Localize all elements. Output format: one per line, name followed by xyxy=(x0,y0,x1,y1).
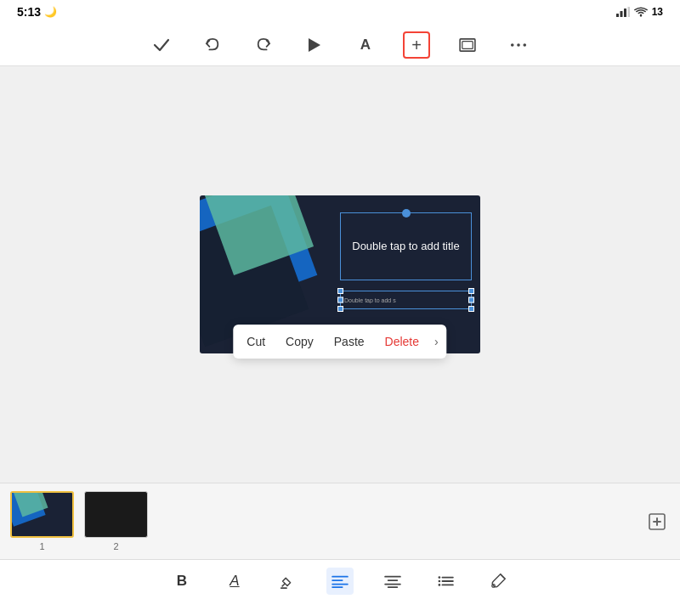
slide-title-text: Double tap to add title xyxy=(352,239,459,254)
text-button[interactable]: A xyxy=(352,31,379,59)
toolbar: A + xyxy=(0,24,680,66)
add-icon: + xyxy=(411,37,422,54)
align-left-button[interactable] xyxy=(326,568,354,595)
svg-point-4 xyxy=(639,14,641,16)
format-bar: B A xyxy=(0,559,680,602)
paint-button[interactable] xyxy=(484,568,512,595)
undo-button[interactable] xyxy=(199,31,226,59)
bold-button[interactable]: B xyxy=(168,568,196,595)
svg-point-25 xyxy=(439,584,441,586)
redo-button[interactable] xyxy=(250,31,277,59)
play-button[interactable] xyxy=(301,31,328,59)
copy-button[interactable]: Copy xyxy=(275,325,324,359)
wifi-icon xyxy=(634,7,648,17)
svg-point-23 xyxy=(439,576,441,579)
more-options-button[interactable]: › xyxy=(429,335,444,348)
font-button[interactable]: A xyxy=(221,568,248,595)
handle-bl xyxy=(337,306,343,312)
bold-icon: B xyxy=(177,573,187,590)
svg-rect-0 xyxy=(616,14,619,17)
handle-tr xyxy=(468,288,474,294)
svg-point-8 xyxy=(511,43,514,47)
signal-icon xyxy=(616,7,630,17)
thumb-2-number: 2 xyxy=(113,541,118,551)
battery-count: 13 xyxy=(652,6,663,18)
svg-point-9 xyxy=(517,43,520,47)
svg-rect-7 xyxy=(462,41,473,48)
moon-icon: 🌙 xyxy=(44,6,57,18)
thumbnail-2[interactable] xyxy=(84,491,148,538)
handle-dot xyxy=(402,209,411,218)
context-menu: Cut Copy Paste Delete › xyxy=(233,325,446,359)
svg-point-10 xyxy=(523,43,526,47)
text-icon: A xyxy=(360,37,371,54)
font-icon: A xyxy=(230,573,239,590)
check-button[interactable] xyxy=(148,31,175,59)
delete-button[interactable]: Delete xyxy=(375,325,429,359)
cut-button[interactable]: Cut xyxy=(236,325,275,359)
align-center-button[interactable] xyxy=(379,568,406,595)
handle-tl xyxy=(337,288,343,294)
status-time: 5:13 xyxy=(17,5,41,19)
status-bar: 5:13 🌙 13 xyxy=(0,0,680,24)
thumbnail-1[interactable] xyxy=(10,491,74,538)
bullet-list-button[interactable] xyxy=(432,568,459,595)
expand-area xyxy=(644,509,670,534)
slide-subtitle-box[interactable]: Double tap to add s xyxy=(340,291,472,309)
canvas-area: Double tap to add title Double tap to ad… xyxy=(0,66,680,483)
slides-view-button[interactable] xyxy=(454,31,481,59)
more-button[interactable] xyxy=(505,31,532,59)
slide-subtitle-text: Double tap to add s xyxy=(344,297,396,303)
highlight-button[interactable] xyxy=(274,568,301,595)
svg-rect-2 xyxy=(624,8,626,17)
svg-rect-13 xyxy=(656,517,658,526)
status-icons: 13 xyxy=(616,6,663,18)
svg-marker-5 xyxy=(309,38,320,52)
thumb-1-number: 1 xyxy=(39,541,44,551)
handle-mr xyxy=(468,297,474,303)
slide-container: Double tap to add title Double tap to ad… xyxy=(200,195,480,353)
svg-rect-1 xyxy=(620,11,622,17)
add-button[interactable]: + xyxy=(403,31,430,59)
handle-br xyxy=(468,306,474,312)
paste-button[interactable]: Paste xyxy=(324,325,375,359)
expand-button[interactable] xyxy=(644,509,670,534)
svg-rect-3 xyxy=(627,7,630,17)
slide-title-box[interactable]: Double tap to add title xyxy=(340,212,472,280)
handle-ml xyxy=(337,297,343,303)
svg-point-24 xyxy=(439,579,441,582)
thumbnails-strip: 1 2 xyxy=(0,483,680,559)
